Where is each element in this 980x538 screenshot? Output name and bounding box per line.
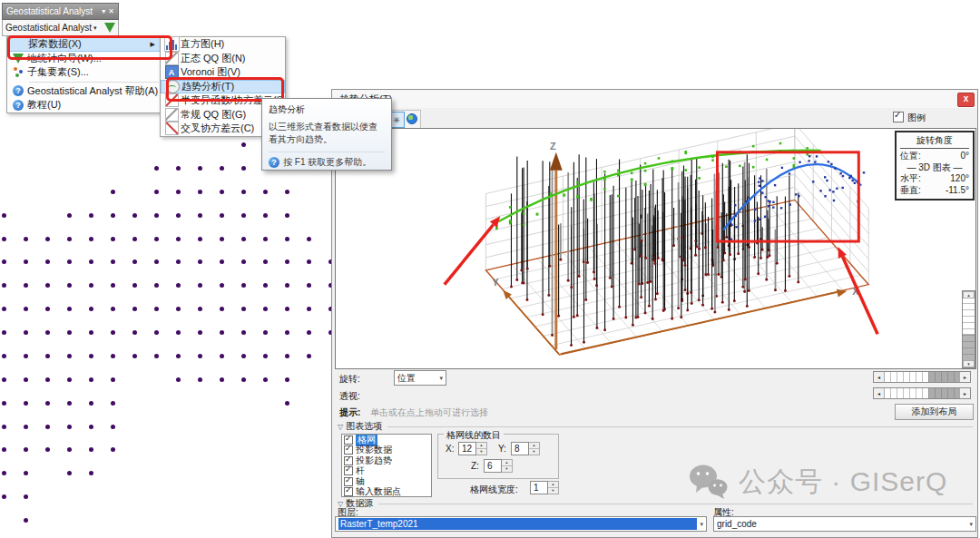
tooltip-title: 趋势分析 xyxy=(269,103,385,116)
rotation-legend-panel: 旋转角度 位置:0° — 3D 图表 — 水平:120° 垂直:-11.5° xyxy=(895,131,975,201)
vertical-rotation-slider[interactable]: ▴ ▾ xyxy=(962,290,975,368)
slider-left-arrow-icon[interactable]: ◂ xyxy=(874,372,885,382)
map-point xyxy=(45,237,50,241)
spinner-arrows-icon[interactable]: ▴▾ xyxy=(476,442,487,455)
map-point xyxy=(154,330,159,335)
map-point xyxy=(111,447,115,452)
dialog-titlebar[interactable]: 趋势分析(T) xyxy=(332,90,977,109)
chart-options-listbox[interactable]: 格网 投影数据 投影趋势 杆 轴 输入数据点 xyxy=(341,434,432,497)
close-icon[interactable]: x xyxy=(957,93,975,107)
map-point xyxy=(241,330,246,335)
map-point xyxy=(24,518,28,523)
map-point xyxy=(24,307,28,311)
map-point xyxy=(198,166,202,171)
menu-item-tutorial[interactable]: ? 教程(U) xyxy=(7,98,162,112)
map-point xyxy=(45,401,50,406)
submenu-item-histogram[interactable]: 直方图(H) xyxy=(161,37,285,52)
chevron-down-icon[interactable]: ▾ xyxy=(102,7,105,15)
menu-item-geostatistical-wizard[interactable]: 地统计向导(W)... xyxy=(7,52,162,66)
check-icon[interactable] xyxy=(344,477,353,486)
z-gridlines-spinner[interactable]: 6 ▴▾ xyxy=(484,459,513,473)
map-point xyxy=(45,447,50,452)
menu-item-explore-data[interactable]: 探索数据(X) ▶ xyxy=(7,37,162,52)
map-point xyxy=(176,307,181,311)
add-to-layout-button[interactable]: 添加到布局 xyxy=(895,404,974,420)
map-point xyxy=(241,237,246,241)
legend-checkbox[interactable]: 图例 xyxy=(893,112,926,124)
map-point xyxy=(263,259,268,264)
slider-left-arrow-icon[interactable]: ◂ xyxy=(874,388,885,398)
perspective-slider[interactable]: ◂ ▸ xyxy=(873,387,971,399)
map-point xyxy=(263,330,268,335)
map-point xyxy=(220,307,224,311)
map-point xyxy=(220,213,224,218)
toolbar-titlebar[interactable]: Geostatistical Analyst ▾ ✕ xyxy=(2,3,119,20)
submenu-item-normal-qq[interactable]: 正态 QQ 图(N) xyxy=(161,52,285,66)
slider-right-arrow-icon[interactable]: ▸ xyxy=(959,372,970,382)
rotation-slider[interactable]: ◂ ▸ xyxy=(873,371,971,383)
slider-right-arrow-icon[interactable]: ▸ xyxy=(959,388,970,398)
slider-down-arrow-icon[interactable]: ▾ xyxy=(963,360,975,367)
menu-item-subset-features[interactable]: 子集要素(S)... xyxy=(7,65,162,80)
slider-up-arrow-icon[interactable]: ▴ xyxy=(963,291,975,298)
layer-select[interactable]: RasterT_temp2021 ▾ xyxy=(335,516,707,532)
submenu-item-trend-analysis[interactable]: 趋势分析(T) xyxy=(161,80,285,94)
map-point xyxy=(176,166,181,171)
attribute-select[interactable]: grid_code ▾ xyxy=(713,516,976,532)
submenu-arrow-icon: ▶ xyxy=(151,41,155,48)
map-point xyxy=(24,259,28,264)
chevron-down-icon: ▾ xyxy=(969,521,973,528)
chart-options-header[interactable]: ▽ 图表选项 xyxy=(338,420,973,433)
map-point xyxy=(2,259,6,264)
option-input-points[interactable]: 输入数据点 xyxy=(342,487,431,498)
globe-icon xyxy=(407,113,417,124)
legend-divider: — 3D 图表 — xyxy=(900,162,969,174)
map-point xyxy=(285,354,289,358)
chevron-down-icon: ▾ xyxy=(93,24,104,32)
y-gridlines-spinner[interactable]: 8 ▴▾ xyxy=(511,442,540,455)
check-icon[interactable] xyxy=(344,445,353,455)
screen: Geostatistical Analyst ▾ ✕ Geostatistica… xyxy=(0,0,980,538)
map-point xyxy=(2,471,6,475)
close-icon[interactable]: ✕ xyxy=(108,7,114,15)
map-point xyxy=(220,377,224,382)
map-point xyxy=(198,213,202,218)
svg-text:Z: Z xyxy=(550,141,556,152)
spinner-arrows-icon[interactable]: ▴▾ xyxy=(548,481,559,494)
map-point xyxy=(198,259,202,264)
map-point xyxy=(111,237,115,241)
wizard-icon[interactable] xyxy=(104,23,115,33)
chevron-down-icon: ▾ xyxy=(439,375,443,382)
map-point xyxy=(241,190,246,194)
toolbar-menu-button[interactable]: Geostatistical Analyst xyxy=(5,23,92,33)
map-point xyxy=(307,307,311,311)
map-point xyxy=(241,213,246,218)
x-gridlines-spinner[interactable]: 12 ▴▾ xyxy=(458,442,487,455)
map-point xyxy=(111,213,115,218)
map-point xyxy=(198,190,202,194)
map-point xyxy=(45,259,50,264)
map-point xyxy=(285,330,289,335)
watermark-text: 公众号 · GISerQ xyxy=(739,464,947,501)
check-icon[interactable] xyxy=(344,487,353,496)
map-point xyxy=(2,237,6,241)
gridline-width-spinner[interactable]: 1 ▴▾ xyxy=(530,481,559,494)
tooltip-footer: ? 按 F1 获取更多帮助。 xyxy=(269,156,385,169)
hand-icon: ✳ xyxy=(393,115,400,125)
voronoi-icon: A xyxy=(162,66,181,78)
subset-icon xyxy=(9,66,27,78)
globe-button[interactable] xyxy=(405,112,419,126)
menu-item-help[interactable]: ? Geostatistical Analyst 帮助(A) xyxy=(7,84,162,99)
check-icon[interactable] xyxy=(344,456,353,465)
map-point xyxy=(198,354,202,358)
map-point xyxy=(2,283,6,288)
trend-3d-chart-area[interactable]: ZXY 旋转角度 位置:0° — 3D 图表 — 水平:120° 垂直:-11.… xyxy=(335,128,976,369)
submenu-item-voronoi[interactable]: A Voronoi 图(V) xyxy=(161,65,285,80)
spinner-arrows-icon[interactable]: ▴▾ xyxy=(529,442,540,455)
spinner-arrows-icon[interactable]: ▴▾ xyxy=(502,459,513,473)
check-icon[interactable] xyxy=(344,466,353,475)
map-point xyxy=(45,354,50,358)
rotate-mode-select[interactable]: 位置 ▾ xyxy=(394,370,446,386)
map-point xyxy=(67,354,72,358)
check-icon[interactable] xyxy=(344,435,353,445)
